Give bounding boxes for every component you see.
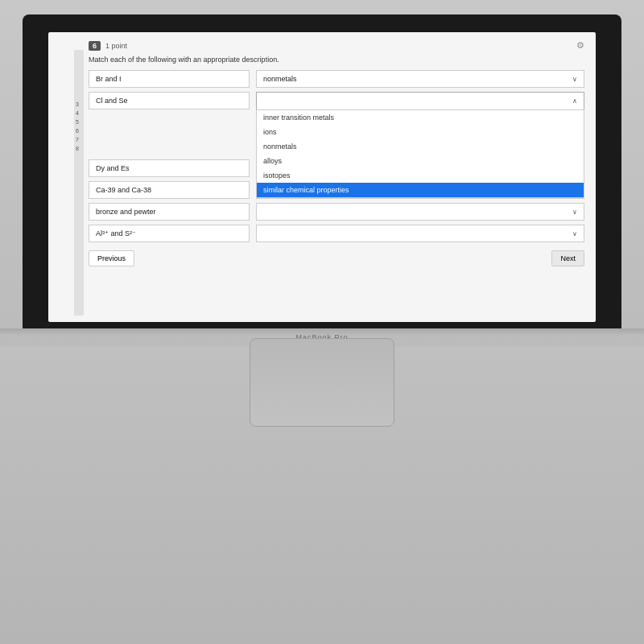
match-rows: Br and I nonmetals ∨ Cl and Se	[89, 70, 584, 242]
left-label-4: Ca-39 and Ca-38	[89, 181, 250, 199]
dropdown-selected-2[interactable]: ∧	[256, 92, 584, 109]
match-row-5: bronze and pewter ∨	[89, 203, 584, 221]
menu-item-inner-transition[interactable]: inner transition metals	[257, 110, 584, 125]
dropdown-arrow-down-6: ∨	[572, 230, 577, 237]
screen-bezel: 3 4 5 6 7 8 ← 6 1 point ⚙ Match each of …	[23, 14, 621, 328]
dropdown-2[interactable]: ∧ inner transition metals ions nonmetals…	[256, 92, 584, 109]
sidebar-num-4: 4	[74, 109, 84, 118]
sidebar-num-8: 8	[74, 144, 84, 153]
dropdown-selected-6[interactable]: ∨	[256, 225, 584, 242]
match-row-1: Br and I nonmetals ∨	[89, 70, 584, 88]
sidebar-num-3: 3	[74, 100, 84, 109]
left-label-2: Cl and Se	[89, 92, 250, 109]
points-text: 1 point	[105, 42, 127, 50]
menu-item-isotopes[interactable]: isotopes	[257, 168, 584, 183]
quiz-area: 6 1 point ⚙ Match each of the following …	[48, 32, 596, 322]
keyboard-area: esc ☀ ☀☀ ⬜ ⠿ · ⏮ ▶ ⏭ 🔇 🔉 🔊 ⊙ ~` !1 @2 #3	[0, 346, 644, 644]
sidebar: 3 4 5 6 7 8	[74, 50, 84, 316]
dropdown-6[interactable]: ∨	[256, 225, 584, 242]
next-button[interactable]: Next	[551, 250, 584, 266]
sidebar-num-7: 7	[74, 135, 84, 144]
left-label-5: bronze and pewter	[89, 203, 250, 221]
laptop-body: 3 4 5 6 7 8 ← 6 1 point ⚙ Match each of …	[0, 0, 644, 644]
left-label-1: Br and I	[89, 70, 250, 88]
dropdown-selected-5[interactable]: ∨	[256, 203, 584, 221]
settings-icon[interactable]: ⚙	[576, 40, 584, 51]
screen-content: 3 4 5 6 7 8 ← 6 1 point ⚙ Match each of …	[48, 32, 596, 322]
menu-item-nonmetals[interactable]: nonmetals	[257, 139, 584, 154]
dropdown-selected-1[interactable]: nonmetals ∨	[256, 70, 584, 88]
match-row-2: Cl and Se ∧ inner transition metals ions…	[89, 92, 584, 109]
dropdown-5[interactable]: ∨	[256, 203, 584, 221]
dropdown-arrow-down-1: ∨	[572, 76, 577, 83]
dropdown-1[interactable]: nonmetals ∨	[256, 70, 584, 88]
menu-item-ions[interactable]: ions	[257, 125, 584, 139]
question-number: 6	[89, 41, 101, 51]
dropdown-arrow-down-5: ∨	[572, 208, 577, 216]
selected-value-1: nonmetals	[263, 75, 297, 83]
question-header: 6 1 point ⚙	[89, 40, 584, 51]
trackpad[interactable]	[250, 338, 394, 427]
sidebar-num-5: 5	[74, 118, 84, 126]
match-row-6: Al³⁺ and S²⁻ ∨	[89, 225, 584, 242]
dropdown-arrow-up-2: ∧	[572, 97, 577, 105]
navigation-bar: Previous Next	[89, 250, 584, 266]
menu-item-alloys[interactable]: alloys	[257, 154, 584, 168]
dropdown-menu: inner transition metals ions nonmetals a…	[256, 109, 584, 198]
menu-item-similar[interactable]: similar chemical properties	[257, 183, 584, 197]
question-instruction: Match each of the following with an appr…	[89, 56, 584, 64]
sidebar-num-6: 6	[74, 126, 84, 135]
left-label-3: Dy and Es	[89, 159, 250, 177]
left-label-6: Al³⁺ and S²⁻	[89, 225, 250, 242]
previous-button[interactable]: Previous	[89, 250, 134, 266]
